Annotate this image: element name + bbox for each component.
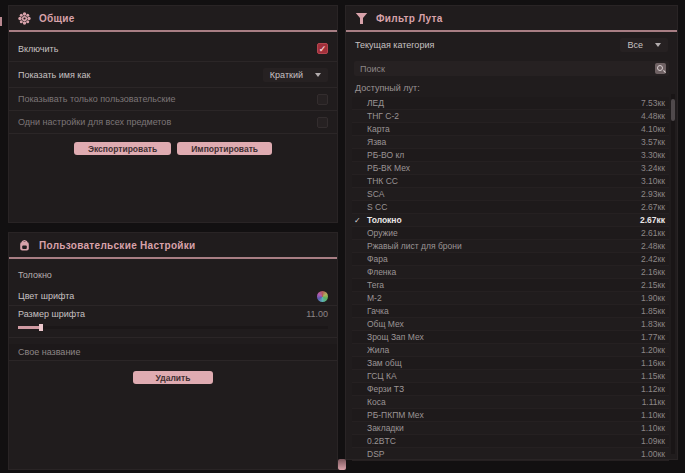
scrollbar-handle[interactable] bbox=[671, 99, 675, 121]
panel-general: Общие Включить ✓ Показать имя как Кратки… bbox=[8, 5, 338, 223]
loot-list-row[interactable]: Фленка2.16кк bbox=[352, 266, 669, 279]
scrollbar[interactable] bbox=[671, 94, 675, 454]
general-buttons: Экспортировать Импортировать bbox=[9, 142, 337, 155]
import-button[interactable]: Импортировать bbox=[177, 142, 272, 155]
setting-row-name-mode: Показать имя как Краткий bbox=[9, 62, 337, 87]
same-settings-checkbox[interactable] bbox=[317, 117, 328, 128]
loot-list-row[interactable]: Фара2.42кк bbox=[352, 253, 669, 266]
loot-item-price: 1.11кк bbox=[642, 397, 665, 407]
general-header: Общие bbox=[9, 6, 337, 30]
loot-list-row[interactable]: Гачка1.85кк bbox=[352, 305, 669, 318]
loot-item-name: 0.2BTC bbox=[367, 436, 396, 446]
loot-list-row[interactable]: РБ-ВО кл3.30кк bbox=[352, 149, 669, 162]
export-button[interactable]: Экспортировать bbox=[74, 142, 171, 155]
loot-item-name: ТНК СС bbox=[367, 176, 398, 186]
search-icon[interactable] bbox=[655, 63, 666, 74]
loot-item-price: 1.90кк bbox=[641, 293, 665, 303]
loot-item-name: Фленка bbox=[367, 267, 396, 277]
category-dropdown[interactable]: Все bbox=[620, 38, 668, 52]
loot-list-row[interactable]: РБ-ВК Мех3.24кк bbox=[352, 162, 669, 175]
loot-item-price: 1.77кк bbox=[641, 332, 665, 342]
loot-list-row[interactable]: РБ-ПКПМ Мех1.10кк bbox=[352, 409, 669, 422]
loot-list-row[interactable]: Карта4.10кк bbox=[352, 123, 669, 136]
loot-item-price: 2.93кк bbox=[641, 189, 665, 199]
loot-list-row[interactable]: Общ Мех1.83кк bbox=[352, 318, 669, 331]
loot-list-row[interactable]: S СС2.67кк bbox=[352, 201, 669, 214]
search-input[interactable]: Поиск bbox=[354, 61, 669, 76]
loot-list-row[interactable]: М-21.90кк bbox=[352, 292, 669, 305]
name-mode-dropdown[interactable]: Краткий bbox=[263, 68, 328, 82]
loot-item-name: ТНГ С-2 bbox=[367, 111, 399, 121]
font-color-label: Цвет шрифта bbox=[18, 291, 74, 301]
color-wheel-icon[interactable] bbox=[317, 291, 328, 302]
loot-list-row[interactable]: Ферзи ТЗ1.12кк bbox=[352, 383, 669, 396]
loot-item-price: 3.57кк bbox=[641, 137, 665, 147]
divider bbox=[9, 337, 337, 338]
loot-list-row[interactable]: Коса1.11кк bbox=[352, 396, 669, 409]
loot-item-price: 1.10кк bbox=[641, 410, 665, 420]
loot-item-price: 1.15кк bbox=[641, 371, 665, 381]
loot-item-price: 1.85кк bbox=[641, 306, 665, 316]
loot-item-name: М-2 bbox=[367, 293, 382, 303]
resize-handle[interactable] bbox=[338, 459, 346, 470]
category-label: Текущая категория bbox=[355, 40, 434, 50]
font-color-row: Цвет шрифта bbox=[9, 287, 337, 305]
loot-item-name: SCA bbox=[367, 189, 384, 199]
loot-list-row[interactable]: ✓Толокно2.67кк bbox=[352, 214, 669, 227]
loot-list-row[interactable]: DSP1.00кк bbox=[352, 448, 669, 461]
header-underline bbox=[9, 257, 337, 259]
loot-list-row[interactable]: 0.2BTC1.09кк bbox=[352, 435, 669, 448]
font-size-value: 11.00 bbox=[306, 309, 328, 319]
loot-item-price: 3.24кк bbox=[641, 163, 665, 173]
loot-item-price: 1.16кк bbox=[641, 358, 665, 368]
loot-item-name: Толокно bbox=[367, 215, 402, 225]
loot-list-row[interactable]: SCA2.93кк bbox=[352, 188, 669, 201]
loot-list-row[interactable]: ТНГ С-24.48кк bbox=[352, 110, 669, 123]
slider-handle[interactable] bbox=[39, 324, 43, 331]
loot-item-price: 2.61кк bbox=[641, 228, 665, 238]
delete-button[interactable]: Удалить bbox=[133, 371, 213, 384]
loot-list-row[interactable]: Жила1.20кк bbox=[352, 344, 669, 357]
setting-row-only-custom: Показывать только пользовательские bbox=[9, 88, 337, 110]
loot-item-price: 1.83кк bbox=[641, 319, 665, 329]
font-size-slider[interactable] bbox=[18, 324, 328, 331]
loot-item-name: Коса bbox=[367, 397, 386, 407]
check-icon: ✓ bbox=[354, 216, 367, 225]
dropdown-value: Краткий bbox=[270, 70, 303, 80]
panel-title: Фильтр Лута bbox=[376, 13, 443, 24]
loot-item-price: 1.09кк bbox=[641, 436, 665, 446]
chevron-down-icon bbox=[315, 73, 321, 77]
setting-label: Включить bbox=[18, 44, 58, 54]
loot-item-price: 3.30кк bbox=[641, 150, 665, 160]
only-custom-checkbox[interactable] bbox=[317, 94, 328, 105]
loot-list-row[interactable]: Язва3.57кк bbox=[352, 136, 669, 149]
loot-list-row[interactable]: Оружие2.61кк bbox=[352, 227, 669, 240]
enable-checkbox[interactable]: ✓ bbox=[317, 43, 328, 54]
loot-list-row[interactable]: Ржавый лист для брони2.48кк bbox=[352, 240, 669, 253]
loot-item-price: 4.10кк bbox=[641, 124, 665, 134]
gear-flower-icon bbox=[18, 12, 31, 25]
loot-list-row[interactable]: ЛЕД7.53кк bbox=[352, 97, 669, 110]
loot-list-row[interactable]: Зам общ1.16кк bbox=[352, 357, 669, 370]
loot-list-row[interactable]: ТНК СС3.10кк bbox=[352, 175, 669, 188]
loot-list: ЛЕД7.53ккТНГ С-24.48ккКарта4.10ккЯзва3.5… bbox=[352, 97, 669, 461]
loot-list-row[interactable]: Зрощ Зап Мех1.77кк bbox=[352, 331, 669, 344]
loot-item-name: Жила bbox=[367, 345, 389, 355]
loot-list-row[interactable]: Тега2.15кк bbox=[352, 279, 669, 292]
loot-list-row[interactable]: ГСЦ КА1.15кк bbox=[352, 370, 669, 383]
dropdown-value: Все bbox=[627, 40, 643, 50]
backpack-icon bbox=[18, 239, 31, 252]
chevron-down-icon bbox=[655, 43, 661, 47]
divider bbox=[9, 133, 337, 134]
custom-name-input[interactable]: Свое название bbox=[9, 344, 337, 360]
loot-item-name: S СС bbox=[367, 202, 387, 212]
loot-item-price: 1.00кк bbox=[641, 449, 665, 459]
loot-item-name: РБ-ВК Мех bbox=[367, 163, 410, 173]
loot-item-price: 2.48кк bbox=[641, 241, 665, 251]
loot-item-name: Гачка bbox=[367, 306, 389, 316]
slider-track bbox=[18, 326, 328, 329]
loot-list-row[interactable]: Закладки1.10кк bbox=[352, 422, 669, 435]
loot-item-name: Закладки bbox=[367, 423, 404, 433]
setting-row-enable: Включить ✓ bbox=[9, 36, 337, 61]
loot-item-name: ЛЕД bbox=[367, 98, 384, 108]
